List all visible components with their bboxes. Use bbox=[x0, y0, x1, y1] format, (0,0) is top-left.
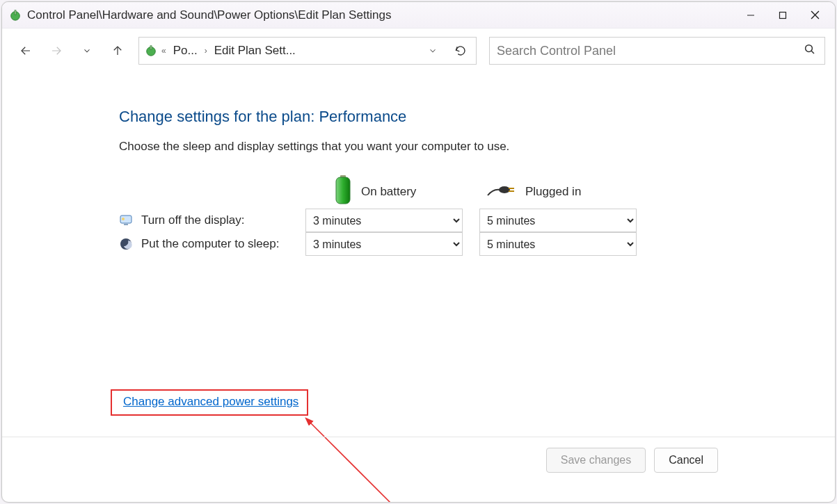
svg-rect-20 bbox=[124, 224, 128, 225]
window-title: Control Panel\Hardware and Sound\Power O… bbox=[27, 8, 392, 22]
row-display-label: Turn off the display: bbox=[141, 213, 244, 227]
chevron-right-icon[interactable]: › bbox=[202, 38, 210, 64]
svg-point-19 bbox=[122, 218, 125, 220]
titlebar: Control Panel\Hardware and Sound\Power O… bbox=[2, 2, 835, 29]
maximize-button[interactable] bbox=[767, 5, 799, 26]
search-box[interactable] bbox=[489, 37, 825, 65]
sleep-battery-select[interactable]: 1 minute2 minutes3 minutes5 minutes10 mi… bbox=[305, 232, 463, 256]
close-button[interactable] bbox=[799, 5, 831, 26]
svg-line-12 bbox=[811, 51, 814, 54]
display-battery-select[interactable]: 1 minute2 minutes3 minutes5 minutes10 mi… bbox=[305, 209, 463, 232]
svg-rect-14 bbox=[336, 177, 350, 204]
cancel-button[interactable]: Cancel bbox=[654, 448, 718, 473]
svg-rect-1 bbox=[15, 10, 16, 14]
page-subtext: Choose the sleep and display settings th… bbox=[119, 140, 807, 154]
search-icon[interactable] bbox=[804, 43, 818, 58]
sleep-icon bbox=[119, 237, 133, 251]
up-button[interactable] bbox=[104, 37, 131, 65]
settings-table: On battery Plugged in bbox=[119, 174, 653, 256]
recent-locations-button[interactable] bbox=[73, 37, 101, 65]
svg-rect-17 bbox=[509, 190, 514, 192]
page-heading: Change settings for the plan: Performanc… bbox=[119, 108, 807, 126]
refresh-button[interactable] bbox=[445, 44, 476, 57]
breadcrumb-seg-1[interactable]: Po... bbox=[169, 38, 202, 64]
svg-rect-16 bbox=[509, 188, 514, 189]
address-icon bbox=[139, 38, 159, 64]
forward-button[interactable] bbox=[42, 37, 70, 65]
advanced-power-settings-link[interactable]: Change advanced power settings bbox=[123, 395, 298, 408]
save-changes-button[interactable]: Save changes bbox=[546, 448, 646, 473]
display-icon bbox=[119, 213, 133, 227]
svg-rect-10 bbox=[150, 46, 152, 49]
back-button[interactable] bbox=[12, 37, 40, 65]
search-input[interactable] bbox=[497, 44, 804, 58]
address-dropdown-button[interactable] bbox=[420, 46, 445, 56]
svg-rect-3 bbox=[780, 12, 786, 18]
minimize-button[interactable] bbox=[735, 5, 767, 26]
plug-icon bbox=[486, 181, 517, 202]
breadcrumb-overflow-icon[interactable]: « bbox=[159, 38, 169, 64]
svg-point-15 bbox=[499, 186, 510, 193]
content-area: Change settings for the plan: Performanc… bbox=[2, 73, 835, 502]
sleep-plugged-select[interactable]: 1 minute2 minutes3 minutes5 minutes10 mi… bbox=[479, 232, 637, 256]
row-sleep-label: Put the computer to sleep: bbox=[141, 237, 279, 251]
battery-icon bbox=[333, 174, 353, 209]
svg-point-11 bbox=[806, 45, 813, 52]
column-battery-label: On battery bbox=[361, 185, 416, 199]
breadcrumb-seg-2[interactable]: Edit Plan Sett... bbox=[210, 38, 300, 64]
nav-row: « Po... › Edit Plan Sett... bbox=[2, 29, 835, 73]
footer-bar: Save changes Cancel bbox=[2, 437, 835, 482]
column-plugged-label: Plugged in bbox=[525, 185, 581, 199]
address-bar[interactable]: « Po... › Edit Plan Sett... bbox=[138, 37, 477, 65]
window: Control Panel\Hardware and Sound\Power O… bbox=[1, 1, 836, 503]
display-plugged-select[interactable]: 1 minute2 minutes3 minutes5 minutes10 mi… bbox=[479, 209, 637, 232]
power-options-icon bbox=[9, 9, 22, 22]
annotation-highlight-box: Change advanced power settings bbox=[111, 389, 308, 416]
